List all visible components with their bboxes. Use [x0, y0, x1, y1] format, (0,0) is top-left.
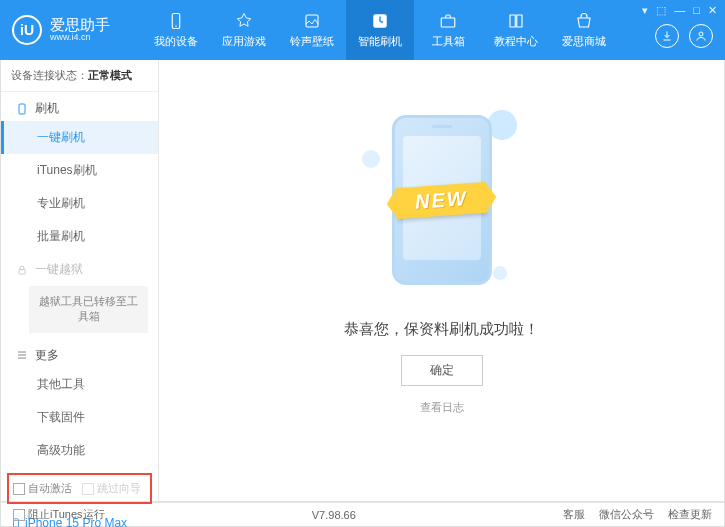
ok-button[interactable]: 确定 [401, 355, 483, 386]
app-header: iU 爱思助手 www.i4.cn 我的设备 应用游戏 铃声壁纸 智能刷机 工具… [0, 0, 725, 60]
section-more[interactable]: 更多 [1, 339, 158, 368]
more-icon [15, 348, 29, 362]
main-content: NEW 恭喜您，保资料刷机成功啦！ 确定 查看日志 [159, 60, 724, 501]
skin-icon[interactable]: ⬚ [656, 4, 666, 17]
sidebar-item-itunes-flash[interactable]: iTunes刷机 [1, 154, 158, 187]
svg-point-5 [699, 32, 703, 36]
store-icon [574, 11, 594, 31]
app-name: 爱思助手 [50, 17, 110, 34]
top-nav: 我的设备 应用游戏 铃声壁纸 智能刷机 工具箱 教程中心 爱思商城 [142, 0, 618, 60]
svg-rect-7 [19, 269, 25, 274]
skip-guide-checkbox: 跳过向导 [82, 481, 141, 496]
window-controls: ▾ ⬚ — □ ✕ [642, 4, 717, 17]
sidebar-item-other-tools[interactable]: 其他工具 [1, 368, 158, 401]
success-illustration: NEW [367, 100, 517, 300]
user-button[interactable] [689, 24, 713, 48]
block-itunes-checkbox[interactable]: 阻止iTunes运行 [13, 507, 105, 522]
nav-ringtone[interactable]: 铃声壁纸 [278, 0, 346, 60]
svg-rect-4 [441, 18, 455, 27]
nav-store[interactable]: 爱思商城 [550, 0, 618, 60]
sidebar-item-pro-flash[interactable]: 专业刷机 [1, 187, 158, 220]
minimize-icon[interactable]: — [674, 4, 685, 17]
nav-my-device[interactable]: 我的设备 [142, 0, 210, 60]
jailbreak-note[interactable]: 越狱工具已转移至工具箱 [29, 286, 148, 333]
apps-icon [234, 11, 254, 31]
svg-point-1 [175, 26, 177, 28]
book-icon [506, 11, 526, 31]
sidebar-item-batch-flash[interactable]: 批量刷机 [1, 220, 158, 253]
new-banner: NEW [396, 181, 487, 218]
footer-link-support[interactable]: 客服 [563, 507, 585, 522]
nav-toolbox[interactable]: 工具箱 [414, 0, 482, 60]
section-jailbreak: 一键越狱 [1, 253, 158, 282]
wallpaper-icon [302, 11, 322, 31]
sidebar: 设备连接状态：正常模式 刷机 一键刷机 iTunes刷机 专业刷机 批量刷机 一… [1, 60, 159, 501]
sidebar-item-download-firmware[interactable]: 下载固件 [1, 401, 158, 434]
logo-icon: iU [12, 15, 42, 45]
close-icon[interactable]: ✕ [708, 4, 717, 17]
menu-icon[interactable]: ▾ [642, 4, 648, 17]
svg-rect-6 [19, 104, 25, 114]
sidebar-item-advanced[interactable]: 高级功能 [1, 434, 158, 467]
version-label: V7.98.66 [312, 509, 356, 521]
sidebar-item-oneclick-flash[interactable]: 一键刷机 [1, 121, 158, 154]
maximize-icon[interactable]: □ [693, 4, 700, 17]
auto-activate-checkbox[interactable]: 自动激活 [13, 481, 72, 496]
device-status: 设备连接状态：正常模式 [1, 60, 158, 92]
success-message: 恭喜您，保资料刷机成功啦！ [344, 320, 539, 339]
flash-icon [370, 11, 390, 31]
app-site: www.i4.cn [50, 33, 110, 43]
section-flash[interactable]: 刷机 [1, 92, 158, 121]
nav-flash[interactable]: 智能刷机 [346, 0, 414, 60]
flash-section-icon [15, 102, 29, 116]
nav-apps[interactable]: 应用游戏 [210, 0, 278, 60]
options-highlight-box: 自动激活 跳过向导 [7, 473, 152, 504]
lock-icon [15, 263, 29, 277]
view-log-link[interactable]: 查看日志 [420, 400, 464, 415]
download-button[interactable] [655, 24, 679, 48]
toolbox-icon [438, 11, 458, 31]
logo-area: iU 爱思助手 www.i4.cn [12, 15, 142, 45]
footer-link-update[interactable]: 检查更新 [668, 507, 712, 522]
device-icon [166, 11, 186, 31]
nav-tutorials[interactable]: 教程中心 [482, 0, 550, 60]
footer-link-wechat[interactable]: 微信公众号 [599, 507, 654, 522]
